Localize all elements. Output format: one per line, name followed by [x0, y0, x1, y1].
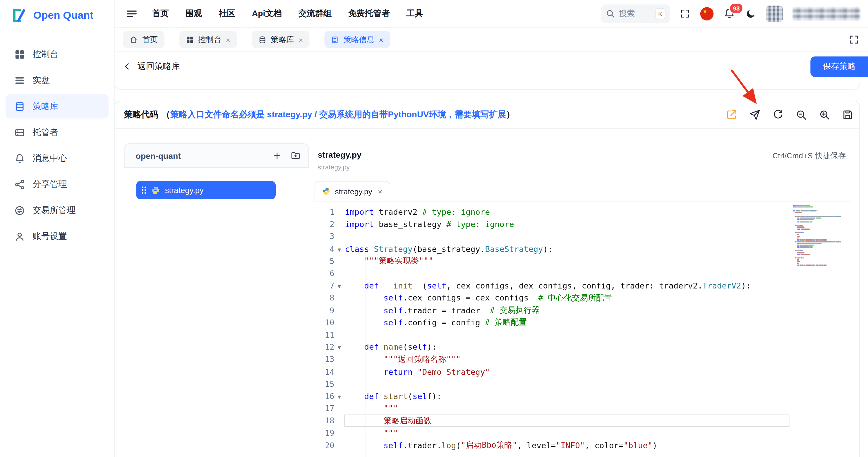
paren-open: （ [161, 109, 170, 121]
database-icon [259, 36, 266, 43]
code-line-18[interactable]: 18 策略启动函数 [314, 415, 789, 427]
hamburger-menu-icon[interactable] [126, 8, 138, 20]
code-editor[interactable]: 1import traderv2 # type: ignore2import b… [314, 202, 851, 457]
close-icon[interactable]: × [378, 187, 382, 195]
editor-tab-strategy-py[interactable]: strategy.py × [314, 181, 390, 202]
refresh-icon[interactable] [772, 109, 784, 121]
back-to-library-link[interactable]: 返回策略库 [123, 61, 180, 72]
sidebar-item-account-settings[interactable]: 账号设置 [6, 224, 108, 249]
grid-icon [186, 36, 194, 43]
tab-label: 首页 [142, 35, 158, 44]
sidebar-item-share-management[interactable]: 分享管理 [6, 172, 108, 196]
minimap[interactable] [793, 205, 847, 266]
code-line-1[interactable]: 1import traderv2 # type: ignore [314, 206, 789, 218]
code-line-4[interactable]: 4class Strategy(base_strategy.BaseStrate… [314, 243, 789, 255]
deploy-send-icon[interactable] [749, 109, 761, 121]
code-line-9[interactable]: 9 self.trader = trader # 交易执行器 [314, 304, 789, 316]
save-shortcut-hint: Ctrl/Cmd+S 快捷保存 [772, 151, 846, 161]
editor-file-subtitle: strategy.py [318, 163, 851, 171]
python-icon [322, 187, 331, 195]
notification-bell-icon[interactable]: 93 [723, 8, 735, 19]
fullscreen-icon[interactable] [680, 8, 690, 19]
code-line-2[interactable]: 2import base_strategy # type: ignore [314, 218, 789, 231]
code-line-5[interactable]: 5 """策略实现类""" [314, 255, 789, 267]
code-line-14[interactable]: 14 return "Demo Strategy" [314, 365, 789, 378]
main-area: 首页 围观 社区 Api文档 交流群组 免费托管者 工具 搜索 K [115, 0, 868, 457]
dark-mode-moon-icon[interactable] [745, 8, 756, 19]
nav-tools[interactable]: 工具 [406, 8, 423, 19]
sidebar-item-exchange-management[interactable]: 交易所管理 [6, 198, 108, 222]
close-icon[interactable]: × [299, 36, 303, 43]
sidebar-item-hosts[interactable]: 托管者 [6, 120, 108, 144]
page-bar: 返回策略库 保存策略 [115, 52, 868, 81]
top-header: 首页 围观 社区 Api文档 交流群组 免费托管者 工具 搜索 K [115, 0, 868, 28]
bell-icon [14, 153, 25, 164]
app-root: Open Quant 控制台 实盘 策略库 [0, 0, 868, 457]
code-line-7[interactable]: 7 def __init__(self, cex_configs, dex_co… [314, 280, 789, 292]
sidebar-item-message-center[interactable]: 消息中心 [6, 146, 108, 170]
nav-home[interactable]: 首页 [152, 8, 169, 19]
language-flag-icon[interactable] [700, 7, 713, 20]
new-file-plus-icon[interactable] [273, 151, 282, 161]
code-line-8[interactable]: 8 self.cex_configs = cex_configs # 中心化交易… [314, 292, 789, 304]
file-name: strategy.py [165, 186, 204, 195]
user-avatar[interactable] [766, 5, 783, 22]
new-folder-icon[interactable] [290, 151, 301, 161]
notification-badge: 93 [729, 3, 744, 14]
editor-tabstrip: strategy.py × [314, 181, 851, 202]
user-name-redacted[interactable] [793, 7, 860, 20]
open-external-icon[interactable] [726, 109, 738, 121]
zoom-in-icon[interactable] [819, 109, 831, 121]
workspace-actions [273, 151, 301, 161]
dashboard-icon [14, 49, 25, 59]
code-line-15[interactable]: 15 [314, 378, 789, 390]
code-line-17[interactable]: 17 """ [314, 402, 789, 415]
exchange-icon [14, 205, 25, 216]
tab-home[interactable]: 首页 [123, 31, 164, 48]
fold-chevron-icon[interactable] [335, 244, 344, 254]
fold-chevron-icon[interactable] [335, 342, 344, 352]
file-explorer: open-quant [124, 143, 309, 457]
chevron-left-icon [123, 62, 132, 71]
nav-community[interactable]: 社区 [219, 8, 235, 19]
python-icon [151, 186, 160, 195]
code-line-12[interactable]: 12 def name(self): [314, 341, 789, 353]
user-icon [14, 231, 25, 242]
code-line-16[interactable]: 16 def start(self): [314, 390, 789, 402]
tab-strategy-library[interactable]: 策略库 × [252, 31, 310, 48]
rows-icon [14, 75, 25, 86]
workspace-name: open-quant [135, 151, 181, 160]
code-line-13[interactable]: 13 """返回策略名称""" [314, 353, 789, 365]
code-line-19[interactable]: 19 """ [314, 427, 789, 439]
code-line-3[interactable]: 3 [314, 231, 789, 243]
sidebar-item-label: 控制台 [33, 48, 59, 60]
code-line-20[interactable]: 20 self.trader.log("启动Bbo策略", level="INF… [314, 439, 789, 451]
save-file-icon[interactable] [842, 109, 854, 121]
file-item-strategy-py[interactable]: strategy.py [136, 181, 276, 199]
code-line-6[interactable]: 6 [314, 267, 789, 280]
code-line-11[interactable]: 11 [314, 329, 789, 341]
code-card-header: 策略代码 （ 策略入口文件命名必须是 strategy.py / 交易系统用的自… [115, 101, 859, 129]
expand-tabs-icon[interactable] [849, 34, 859, 45]
search-box[interactable]: 搜索 K [601, 4, 670, 23]
nav-api-docs[interactable]: Api文档 [252, 8, 282, 19]
zoom-out-icon[interactable] [796, 109, 807, 121]
drag-handle-icon[interactable] [142, 186, 146, 194]
nav-free-hosts[interactable]: 免费托管者 [348, 8, 390, 19]
sidebar-item-strategy-library[interactable]: 策略库 [6, 94, 108, 119]
tab-strategy-info[interactable]: 策略信息 × [324, 31, 390, 48]
brand-logo[interactable]: Open Quant [0, 0, 114, 33]
header-right: 搜索 K 93 [601, 4, 860, 23]
sidebar-item-live-trading[interactable]: 实盘 [6, 68, 108, 93]
nav-watch[interactable]: 围观 [186, 8, 202, 19]
nav-chat-groups[interactable]: 交流群组 [299, 8, 332, 19]
sidebar-item-console[interactable]: 控制台 [6, 42, 108, 66]
tab-console[interactable]: 控制台 × [179, 31, 237, 48]
code-line-10[interactable]: 10 self.config = config # 策略配置 [314, 316, 789, 329]
fold-chevron-icon[interactable] [335, 391, 344, 401]
close-icon[interactable]: × [226, 36, 230, 43]
close-icon[interactable]: × [379, 36, 383, 43]
fold-chevron-icon[interactable] [335, 281, 344, 291]
tab-label: 策略信息 [344, 35, 375, 44]
save-strategy-button[interactable]: 保存策略 [810, 57, 868, 77]
